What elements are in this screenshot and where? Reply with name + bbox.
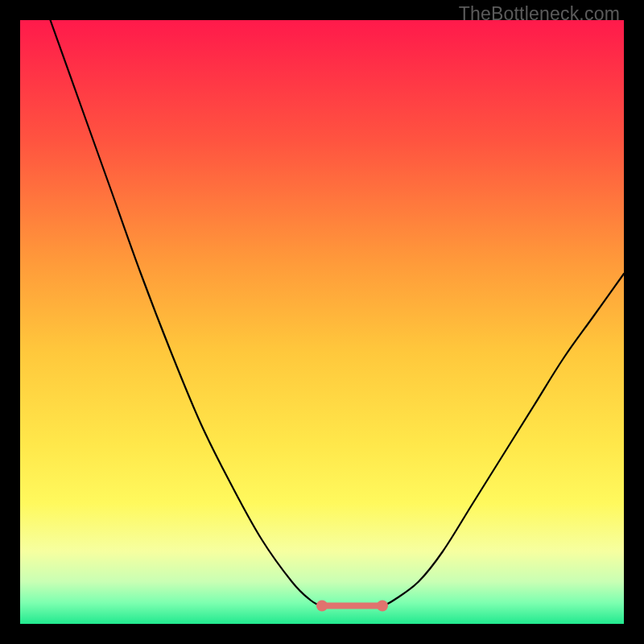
marker-right-dot <box>377 601 388 612</box>
curve-right-branch <box>370 274 624 606</box>
watermark-text: TheBottleneck.com <box>459 3 620 25</box>
curve-left-branch <box>51 20 335 606</box>
chart-frame: TheBottleneck.com <box>0 0 644 644</box>
bottleneck-curve <box>20 20 624 624</box>
marker-left-dot <box>316 601 328 612</box>
plot-area <box>20 20 624 624</box>
